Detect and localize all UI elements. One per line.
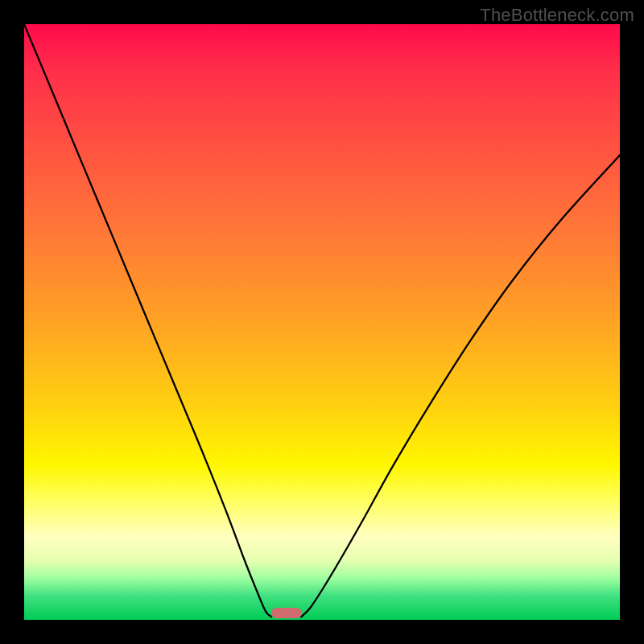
curve-right-branch: [301, 155, 620, 617]
chart-plot-area: [24, 24, 620, 620]
watermark-text: TheBottleneck.com: [480, 5, 634, 26]
bottleneck-curve: [24, 24, 620, 620]
bottleneck-marker: [271, 608, 302, 618]
curve-left-branch: [24, 24, 271, 617]
chart-frame: TheBottleneck.com: [0, 0, 644, 644]
